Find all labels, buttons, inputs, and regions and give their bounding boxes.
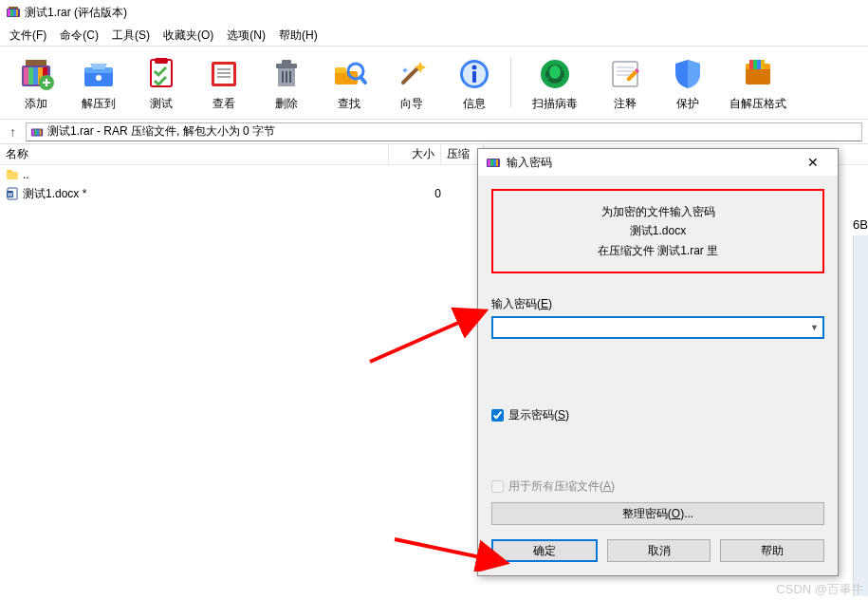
toolbar-test[interactable]: 测试 — [131, 49, 192, 116]
window-titlebar: 测试1.rar (评估版本) — [0, 0, 868, 25]
cancel-button[interactable]: 取消 — [607, 539, 711, 562]
svg-rect-53 — [753, 60, 757, 69]
test-icon — [141, 54, 181, 94]
svg-rect-31 — [335, 67, 346, 73]
svg-rect-69 — [493, 159, 496, 166]
svg-rect-59 — [37, 129, 40, 135]
password-input[interactable] — [491, 316, 824, 339]
find-icon — [329, 54, 369, 94]
svg-rect-57 — [32, 129, 35, 135]
toolbar-add[interactable]: 添加 — [6, 49, 66, 116]
svg-rect-68 — [490, 159, 493, 166]
path-box[interactable]: 测试1.rar - RAR 压缩文件, 解包大小为 0 字节 — [26, 122, 862, 141]
svg-rect-50 — [746, 67, 770, 84]
svg-rect-2 — [10, 9, 13, 16]
toolbar-separator — [510, 58, 511, 107]
dialog-titlebar: 输入密码 ✕ — [478, 149, 838, 176]
svg-text:W: W — [8, 192, 13, 197]
dialog-body: 为加密的文件输入密码 测试1.docx 在压缩文件 测试1.rar 里 输入密码… — [478, 176, 838, 538]
svg-rect-12 — [26, 60, 46, 66]
svg-rect-38 — [472, 71, 476, 83]
dialog-title: 输入密码 — [507, 155, 790, 171]
menu-favorites[interactable]: 收藏夹(O) — [157, 26, 219, 46]
menubar: 文件(F) 命令(C) 工具(S) 收藏夹(O) 选项(N) 帮助(H) — [0, 25, 868, 46]
path-text: 测试1.rar - RAR 压缩文件, 解包大小为 0 字节 — [47, 123, 275, 140]
column-name[interactable]: 名称 — [0, 144, 389, 164]
svg-point-16 — [96, 75, 102, 81]
menu-tools[interactable]: 工具(S) — [106, 26, 156, 46]
pathbar: ↑ 测试1.rar - RAR 压缩文件, 解包大小为 0 字节 — [0, 120, 868, 144]
svg-rect-3 — [13, 9, 16, 16]
column-size[interactable]: 大小 — [389, 144, 441, 164]
ok-button[interactable]: 确定 — [491, 539, 598, 562]
show-password-checkbox[interactable]: 显示密码(S) — [491, 407, 824, 423]
protect-icon — [668, 54, 708, 94]
svg-rect-5 — [9, 7, 18, 9]
right-size-label: 6B — [853, 217, 868, 232]
svg-rect-54 — [757, 60, 761, 69]
svg-rect-9 — [33, 67, 38, 84]
toolbar-view[interactable]: 查看 — [194, 49, 254, 116]
svg-point-41 — [549, 66, 561, 79]
svg-rect-62 — [7, 170, 12, 173]
svg-rect-7 — [24, 67, 28, 84]
all-files-checkbox: 用于所有压缩文件(A) — [491, 478, 824, 495]
svg-rect-60 — [40, 129, 42, 135]
extract-icon — [79, 54, 119, 94]
archive-icon — [30, 125, 44, 139]
toolbar-delete[interactable]: 删除 — [256, 49, 317, 116]
svg-rect-58 — [34, 129, 37, 135]
dialog-icon — [486, 155, 501, 170]
dialog-message-box: 为加密的文件输入密码 测试1.docx 在压缩文件 测试1.rar 里 — [491, 189, 824, 273]
info-icon — [454, 54, 494, 94]
svg-point-37 — [472, 65, 477, 69]
menu-file[interactable]: 文件(F) — [4, 26, 52, 46]
menu-command[interactable]: 命令(C) — [54, 26, 104, 46]
scrollbar-style-panel — [853, 235, 868, 596]
toolbar-find[interactable]: 查找 — [319, 49, 379, 116]
view-icon — [204, 54, 244, 94]
toolbar-wizard[interactable]: 向导 — [381, 49, 442, 116]
svg-rect-4 — [16, 9, 18, 16]
svg-rect-61 — [7, 172, 18, 179]
menu-options[interactable]: 选项(N) — [221, 26, 271, 46]
sfx-icon — [738, 54, 778, 94]
toolbar: 添加 解压到 测试 查看 删除 查找 向导 信息 扫描病毒 注释 保护 — [0, 46, 868, 120]
organize-passwords-button[interactable]: 整理密码(O)... — [491, 502, 824, 525]
menu-help[interactable]: 帮助(H) — [273, 26, 323, 46]
password-label: 输入密码(E) — [491, 296, 824, 312]
toolbar-comment[interactable]: 注释 — [595, 49, 656, 116]
delete-icon — [267, 54, 306, 94]
svg-rect-55 — [761, 60, 765, 69]
svg-rect-70 — [496, 159, 498, 166]
up-button[interactable]: ↑ — [6, 124, 20, 140]
toolbar-extract[interactable]: 解压到 — [68, 49, 129, 116]
svg-rect-26 — [282, 60, 291, 65]
window-title: 测试1.rar (评估版本) — [25, 5, 127, 21]
svg-rect-20 — [214, 65, 233, 84]
app-icon — [6, 5, 21, 20]
svg-line-33 — [360, 77, 365, 83]
svg-rect-1 — [8, 9, 10, 16]
wizard-icon — [392, 54, 432, 94]
scan-icon — [535, 54, 575, 94]
folder-icon — [6, 168, 19, 181]
toolbar-scan[interactable]: 扫描病毒 — [517, 49, 593, 116]
toolbar-info[interactable]: 信息 — [444, 49, 505, 116]
dialog-button-row: 确定 取消 帮助 — [491, 539, 824, 562]
comment-icon — [605, 54, 645, 94]
toolbar-sfx[interactable]: 自解压格式 — [720, 49, 796, 116]
add-icon — [16, 54, 56, 94]
svg-rect-18 — [155, 58, 168, 64]
toolbar-protect[interactable]: 保护 — [657, 49, 718, 116]
help-button[interactable]: 帮助 — [720, 539, 824, 562]
dialog-close-button[interactable]: ✕ — [796, 152, 830, 173]
svg-rect-52 — [749, 60, 753, 69]
svg-rect-8 — [28, 67, 33, 84]
watermark: CSDN @百事牛 — [776, 581, 864, 598]
password-dialog: 输入密码 ✕ 为加密的文件输入密码 测试1.docx 在压缩文件 测试1.rar… — [477, 148, 839, 576]
docx-icon: W — [6, 187, 19, 200]
svg-rect-67 — [488, 159, 490, 166]
